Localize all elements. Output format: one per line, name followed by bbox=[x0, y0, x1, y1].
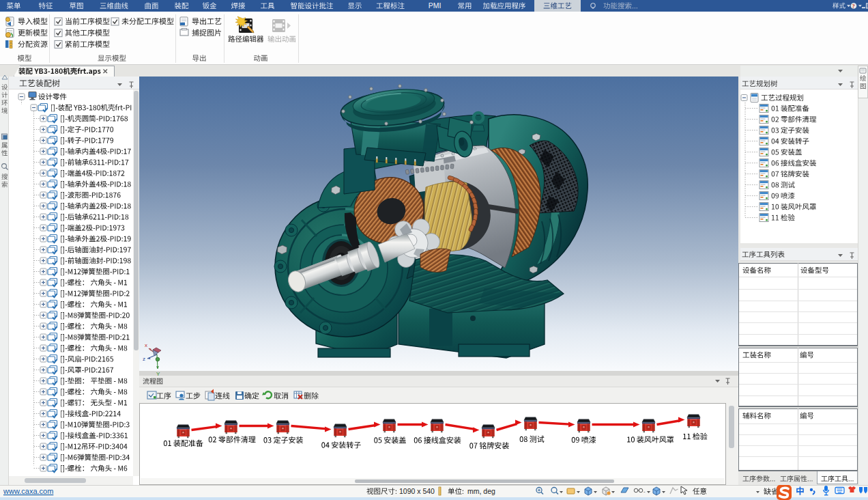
svg-text:z: z bbox=[143, 356, 145, 362]
svg-text:www.caxa.com: www.caxa.com bbox=[3, 487, 53, 495]
svg-text:x: x bbox=[145, 342, 147, 348]
svg-text:1090 x 540: 1090 x 540 bbox=[399, 487, 435, 495]
svg-text:Y: Y bbox=[156, 371, 160, 377]
svg-text:-: - bbox=[643, 488, 646, 495]
svg-text:mm, deg: mm, deg bbox=[467, 487, 495, 495]
svg-text:PMI: PMI bbox=[429, 1, 442, 10]
svg-text:?: ? bbox=[852, 3, 854, 10]
